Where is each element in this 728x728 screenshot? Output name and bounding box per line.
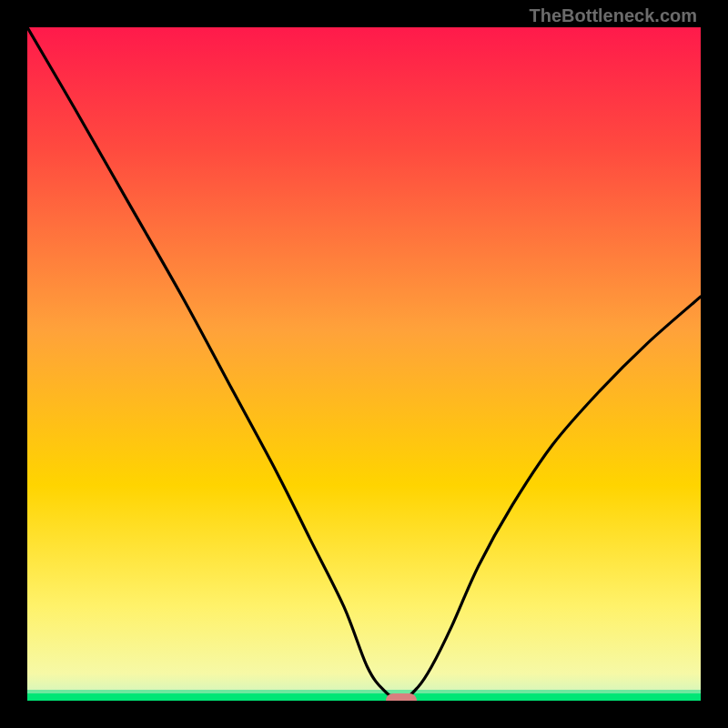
attribution-text: TheBottleneck.com [530, 5, 697, 26]
bottleneck-chart: TheBottleneck.com [0, 0, 728, 728]
optimal-point-marker [386, 693, 417, 701]
bottleneck-curve [27, 27, 701, 701]
plot-area [27, 27, 701, 701]
